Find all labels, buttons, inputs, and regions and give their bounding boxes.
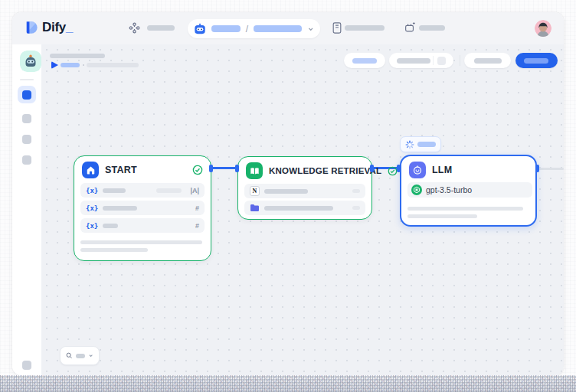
- publish-button[interactable]: [515, 53, 558, 68]
- run-play-icon[interactable]: [51, 61, 58, 69]
- preview-menu-icon[interactable]: [437, 57, 446, 65]
- source-name-placeholder: [264, 206, 333, 211]
- check-circle-icon: [192, 165, 203, 175]
- run-label-placeholder: [61, 63, 80, 67]
- node-description-placeholder: [80, 248, 148, 252]
- dify-logo-text: Dify_: [42, 20, 73, 35]
- workflow-name-placeholder: [254, 25, 301, 32]
- node-description-placeholder: [80, 240, 202, 244]
- preview-button-group[interactable]: [389, 53, 453, 68]
- number-type-badge: #: [195, 222, 199, 230]
- features-button[interactable]: [344, 53, 385, 68]
- publish-label-placeholder: [524, 58, 548, 64]
- node-llm[interactable]: LLM gpt-3.5-turbo: [400, 155, 537, 227]
- node-description-placeholder: [407, 207, 523, 211]
- llm-node-title: LLM: [432, 165, 452, 175]
- loading-spinner-icon: [405, 140, 414, 149]
- variable-icon: {x}: [86, 204, 98, 212]
- string-type-badge: |A|: [190, 187, 199, 194]
- llm-model-row: gpt-3.5-turbo: [407, 182, 532, 198]
- knowledge-source-row: N: [244, 184, 365, 198]
- chevron-down-icon: [88, 352, 93, 359]
- start-node-title: START: [105, 165, 137, 175]
- number-type-badge: #: [195, 204, 199, 212]
- variable-name-placeholder: [103, 224, 118, 228]
- home-icon: [82, 162, 99, 178]
- app-robot-avatar: [20, 51, 41, 72]
- knowledge-output-handle[interactable]: [370, 165, 374, 172]
- logo-underscore: _: [66, 20, 73, 34]
- variable-value-placeholder: [156, 188, 182, 193]
- source-count-placeholder: [352, 206, 360, 210]
- llm-input-handle[interactable]: [397, 165, 401, 172]
- zoom-magnifier-icon: [66, 351, 73, 360]
- run-app-button[interactable]: [464, 53, 511, 68]
- variable-icon: {x}: [86, 187, 98, 194]
- folder-icon: [250, 203, 260, 213]
- start-variable-row: {x} #: [80, 201, 205, 215]
- node-start[interactable]: START {x} |A| {x} # {x} #: [74, 155, 211, 261]
- app-window: Dify_ /: [12, 12, 564, 375]
- llm-model-name: gpt-3.5-turbo: [426, 185, 472, 194]
- features-label-placeholder: [352, 58, 377, 64]
- notion-icon: N: [250, 186, 260, 196]
- left-sidebar: [12, 44, 41, 375]
- sidebar-item-2[interactable]: [22, 114, 31, 123]
- app-breadcrumb-pill[interactable]: /: [188, 19, 320, 38]
- zoom-level-placeholder: [76, 354, 85, 358]
- chevron-down-icon[interactable]: [307, 25, 314, 33]
- app-name-placeholder: [211, 25, 241, 32]
- sidebar-item-settings[interactable]: [22, 361, 31, 370]
- docs-icon[interactable]: [332, 21, 342, 34]
- sidebar-item-workflow-active[interactable]: [18, 86, 36, 103]
- edge-llm-pending: [538, 168, 564, 170]
- nav-plugins-label-placeholder: [419, 25, 445, 31]
- knowledge-node-header: KNOWLEDGE RETRIEVAL: [246, 162, 364, 179]
- node-knowledge-retrieval[interactable]: KNOWLEDGE RETRIEVAL N: [237, 156, 372, 220]
- nav-docs-label-placeholder: [345, 25, 385, 31]
- current-app-icon[interactable]: [20, 51, 41, 72]
- knowledge-input-handle[interactable]: [235, 165, 239, 172]
- start-variable-row: {x} |A|: [80, 183, 205, 198]
- user-avatar[interactable]: [535, 20, 551, 37]
- sidebar-item-3[interactable]: [22, 135, 31, 144]
- run-info-placeholder: [87, 63, 139, 67]
- start-node-header: START: [82, 162, 203, 178]
- workflow-tab-icon: [22, 90, 31, 100]
- breadcrumb-separator: /: [246, 24, 248, 34]
- llm-node-header: LLM: [409, 162, 528, 178]
- knowledge-node-title: KNOWLEDGE RETRIEVAL: [269, 166, 381, 175]
- nav-explore-label-placeholder: [147, 25, 175, 31]
- start-output-handle[interactable]: [209, 165, 213, 172]
- zoom-control[interactable]: [60, 346, 100, 365]
- sidebar-item-4[interactable]: [22, 155, 31, 165]
- run-app-label-placeholder: [474, 58, 502, 64]
- explore-apps-icon[interactable]: [129, 22, 140, 34]
- workflow-title-placeholder: [50, 54, 105, 58]
- run-dot-separator: [83, 64, 84, 66]
- plugins-icon[interactable]: [404, 21, 416, 34]
- variable-name-placeholder: [103, 206, 137, 211]
- dify-logo[interactable]: Dify_: [25, 20, 73, 35]
- openai-icon: [411, 185, 422, 195]
- toolbar-divider: [460, 55, 460, 66]
- sidebar-divider: [20, 79, 34, 80]
- source-count-placeholder: [352, 189, 360, 193]
- variable-name-placeholder: [103, 188, 126, 193]
- screenshot-noise-artifact: [0, 375, 576, 392]
- variable-icon: {x}: [86, 222, 98, 230]
- source-name-placeholder: [264, 189, 308, 194]
- dify-logo-icon: [25, 21, 38, 34]
- button-group-divider: [433, 56, 434, 65]
- status-label-placeholder: [417, 142, 436, 147]
- book-open-icon: [246, 162, 263, 179]
- workflow-canvas[interactable]: START {x} |A| {x} # {x} #: [41, 44, 564, 375]
- knowledge-source-row: [244, 201, 365, 215]
- llm-running-status-badge[interactable]: [400, 136, 441, 152]
- node-description-placeholder: [407, 214, 477, 218]
- start-variable-row: {x} #: [80, 218, 205, 233]
- llm-robot-icon: [409, 162, 426, 178]
- llm-output-handle[interactable]: [535, 165, 539, 172]
- top-navbar: Dify_ /: [12, 12, 564, 44]
- user-avatar-image: [535, 20, 551, 37]
